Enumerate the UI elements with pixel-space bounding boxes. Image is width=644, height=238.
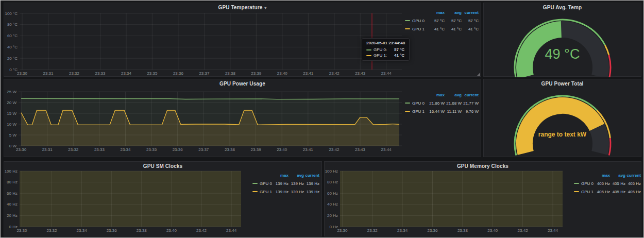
stat-current: 139 Hz — [304, 181, 319, 186]
legend: max avg current GPU 0 139 Hz 139 Hz 139 … — [252, 171, 320, 196]
legend-header-avg[interactable]: avg — [289, 173, 304, 178]
panel-title[interactable]: GPU Memory Clocks — [325, 163, 641, 169]
series-name: GPU 1 — [412, 27, 425, 31]
series-name: GPU 0 — [412, 19, 425, 23]
stat-avg: 57 °C — [445, 19, 462, 23]
stat-current: 405 Hz — [625, 190, 641, 194]
panel-title[interactable]: GPU Temperature▾ — [4, 5, 481, 10]
svg-text:20 °C: 20 °C — [7, 56, 18, 61]
svg-text:23:36: 23:36 — [427, 228, 438, 233]
svg-text:23:39: 23:39 — [251, 71, 262, 76]
svg-text:23:31: 23:31 — [42, 147, 53, 152]
svg-text:20 W: 20 W — [7, 100, 16, 105]
legend-header-row: max avg current — [405, 91, 480, 99]
svg-text:23:32: 23:32 — [69, 71, 80, 76]
series-dash-icon — [252, 191, 258, 192]
svg-text:23:34: 23:34 — [121, 71, 132, 76]
series-dash-icon — [366, 55, 371, 56]
legend-header-avg[interactable]: avg — [610, 173, 625, 178]
legend-row-gpu1: GPU 1 41 °C 41 °C 41 °C — [405, 25, 480, 33]
stat-max: 139 Hz — [273, 181, 289, 186]
stat-max: 57 °C — [428, 19, 445, 23]
legend-header-row: max avg current — [574, 171, 642, 179]
svg-text:23:42: 23:42 — [518, 228, 529, 233]
legend-row-gpu0: GPU 0 57 °C 57 °C 57 °C — [405, 16, 480, 25]
svg-text:23:34: 23:34 — [77, 228, 88, 233]
stat-current: 21.77 W — [462, 101, 479, 106]
svg-text:100 Hz: 100 Hz — [5, 169, 18, 174]
svg-text:23:36: 23:36 — [107, 228, 117, 233]
legend-header-row: max avg current — [252, 171, 320, 179]
svg-text:23:40: 23:40 — [277, 71, 288, 76]
series-dash-icon — [405, 103, 410, 104]
svg-text:23:33: 23:33 — [95, 71, 106, 76]
legend-header-max[interactable]: max — [273, 173, 289, 178]
panel-title[interactable]: GPU Power Total — [484, 81, 641, 87]
legend-header-avg[interactable]: avg — [445, 93, 462, 97]
svg-text:80 Hz: 80 Hz — [7, 180, 18, 184]
panel-gpu-temperature: GPU Temperature▾ 0 °C20 °C40 °C60 °C80 °… — [4, 3, 481, 77]
legend: max avg current GPU 0 405 Hz 405 Hz 405 … — [574, 171, 642, 196]
svg-text:23:40: 23:40 — [277, 147, 287, 152]
panel-title[interactable]: GPU Avg. Temp — [484, 5, 641, 10]
svg-text:20 Hz: 20 Hz — [327, 213, 338, 218]
legend-header-max[interactable]: max — [595, 173, 610, 178]
svg-text:23:42: 23:42 — [196, 228, 207, 233]
panel-gpu-sm-clocks: GPU SM Clocks 0 Hz20 Hz40 Hz60 Hz80 Hz10… — [4, 161, 322, 236]
stat-current: 139 Hz — [304, 190, 319, 194]
svg-text:23:38: 23:38 — [225, 71, 236, 76]
legend-header-avg[interactable]: avg — [445, 10, 462, 15]
series-name: GPU 0 — [412, 101, 425, 106]
stat-max: 41 °C — [428, 27, 445, 31]
svg-text:10 W: 10 W — [7, 122, 16, 127]
svg-text:23:35: 23:35 — [147, 71, 158, 76]
gauge-value: 49 °C — [484, 46, 641, 62]
legend-header-current[interactable]: current — [462, 10, 479, 15]
svg-text:23:30: 23:30 — [17, 71, 28, 76]
svg-text:60 Hz: 60 Hz — [327, 191, 338, 196]
panel-title[interactable]: GPU SM Clocks — [4, 163, 321, 169]
series-dash-icon — [252, 183, 258, 184]
legend: max avg current GPU 0 57 °C 57 °C 57 °C … — [405, 8, 480, 33]
stat-max: 21.86 W — [428, 101, 445, 106]
legend-row-gpu0: GPU 0 21.86 W 21.68 W 21.77 W — [405, 99, 480, 107]
panel-title[interactable]: GPU Power Usage — [4, 81, 481, 87]
legend-header-max[interactable]: max — [428, 93, 445, 97]
svg-text:23:37: 23:37 — [199, 71, 210, 76]
stat-avg: 139 Hz — [289, 190, 304, 194]
svg-text:23:40: 23:40 — [166, 228, 177, 233]
svg-text:23:41: 23:41 — [303, 147, 314, 152]
svg-text:23:44: 23:44 — [381, 71, 392, 76]
svg-text:23:44: 23:44 — [381, 147, 392, 152]
stat-current: 57 °C — [462, 19, 479, 23]
svg-text:23:36: 23:36 — [173, 147, 183, 152]
stat-avg: 139 Hz — [289, 181, 304, 186]
series-dash-icon — [405, 111, 410, 112]
svg-text:23:30: 23:30 — [16, 147, 27, 152]
svg-text:40 Hz: 40 Hz — [7, 202, 18, 207]
legend-header-current[interactable]: current — [304, 173, 319, 178]
grafana-dashboard: GPU Temperature▾ 0 °C20 °C40 °C60 °C80 °… — [0, 0, 644, 238]
gauge-value: range to text kW — [484, 131, 641, 138]
svg-text:23:41: 23:41 — [303, 71, 314, 76]
legend-row-gpu1: GPU 1 139 Hz 139 Hz 139 Hz — [252, 188, 320, 196]
stat-max: 405 Hz — [595, 190, 610, 194]
tooltip-row-gpu1: GPU 1:41 °C — [366, 53, 405, 58]
svg-text:23:42: 23:42 — [329, 147, 340, 152]
legend-row-gpu1: GPU 1 405 Hz 405 Hz 405 Hz — [574, 188, 642, 196]
panel-resize-handle[interactable] — [477, 73, 480, 76]
series-name: GPU 0 — [581, 181, 594, 186]
svg-text:23:44: 23:44 — [548, 228, 558, 233]
legend-header-current[interactable]: current — [462, 93, 479, 97]
svg-text:23:42: 23:42 — [329, 71, 340, 76]
legend-row-gpu0: GPU 0 139 Hz 139 Hz 139 Hz — [252, 179, 320, 188]
power-gauge — [484, 79, 642, 158]
series-name: GPU 0 — [260, 181, 272, 186]
stat-avg: 405 Hz — [610, 190, 625, 194]
legend-header-current[interactable]: current — [625, 173, 641, 178]
legend-header-max[interactable]: max — [428, 10, 445, 15]
panel-title-text: GPU SM Clocks — [143, 163, 182, 169]
svg-text:40 Hz: 40 Hz — [327, 202, 338, 207]
chevron-down-icon: ▾ — [264, 6, 266, 10]
svg-text:25 W: 25 W — [7, 90, 16, 94]
